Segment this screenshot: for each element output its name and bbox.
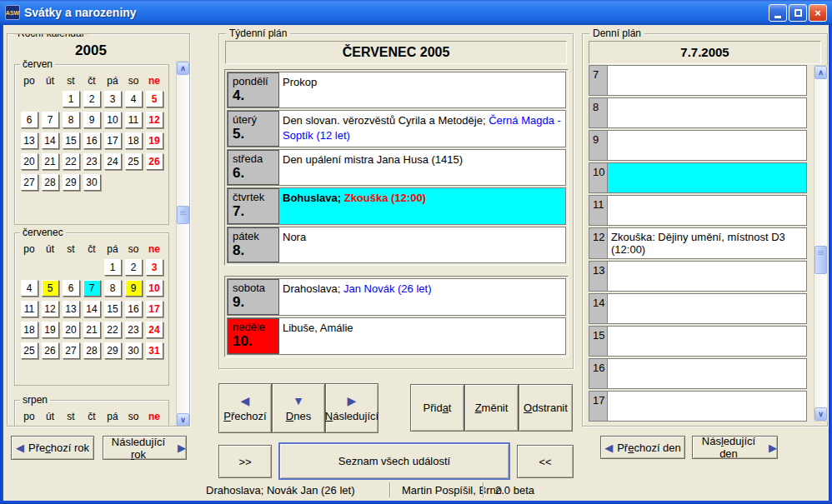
calendar-day-červenec-29[interactable]: 29 bbox=[104, 342, 122, 359]
calendar-day-červen-12[interactable]: 12 bbox=[146, 112, 163, 128]
change-button[interactable]: Změnit bbox=[464, 384, 519, 432]
calendar-day-červen-7[interactable]: 7 bbox=[42, 112, 59, 128]
calendar-day-červenec-9[interactable]: 9 bbox=[125, 280, 143, 297]
calendar-day-červenec-24[interactable]: 24 bbox=[146, 322, 163, 338]
calendar-day-červen-23[interactable]: 23 bbox=[83, 153, 101, 170]
calendar-day-červenec-2[interactable]: 2 bbox=[125, 259, 143, 276]
calendar-day-červenec-7[interactable]: 7 bbox=[83, 280, 101, 297]
scroll-down-icon[interactable]: ∨ bbox=[814, 407, 827, 421]
remove-button[interactable]: Odstranit bbox=[519, 384, 573, 432]
week-row-čtvrtek[interactable]: čtvrtek7.Bohuslava; Zkouška (12:00) bbox=[227, 187, 566, 224]
minimize-button[interactable] bbox=[769, 4, 787, 22]
hour-row-14[interactable]: 14 bbox=[589, 293, 807, 324]
calendar-day-červen-13[interactable]: 13 bbox=[21, 132, 38, 149]
calendar-day-srpen-6[interactable]: 6 bbox=[125, 427, 143, 427]
calendar-day-srpen-3[interactable]: 3 bbox=[63, 427, 80, 427]
hour-row-11[interactable]: 11 bbox=[589, 195, 807, 226]
calendar-day-červenec-15[interactable]: 15 bbox=[104, 301, 122, 317]
calendar-day-červen-16[interactable]: 16 bbox=[83, 132, 101, 149]
calendar-day-červen-11[interactable]: 11 bbox=[125, 112, 143, 128]
calendar-day-červenec-5[interactable]: 5 bbox=[42, 280, 59, 297]
calendar-day-červenec-8[interactable]: 8 bbox=[104, 280, 122, 297]
maximize-button[interactable] bbox=[789, 4, 807, 22]
calendar-day-červen-15[interactable]: 15 bbox=[63, 132, 80, 149]
calendar-day-červen-14[interactable]: 14 bbox=[42, 132, 59, 149]
calendar-day-červenec-3[interactable]: 3 bbox=[146, 259, 163, 276]
calendar-day-červen-30[interactable]: 30 bbox=[83, 174, 101, 191]
calendar-day-červenec-23[interactable]: 23 bbox=[125, 322, 143, 338]
next-day-button[interactable]: Následující den▶ bbox=[692, 436, 778, 459]
scroll-up-icon[interactable]: ∧ bbox=[814, 66, 827, 79]
calendar-day-srpen-5[interactable]: 5 bbox=[104, 427, 122, 427]
calendar-day-červen-1[interactable]: 1 bbox=[63, 91, 80, 107]
calendar-day-červenec-28[interactable]: 28 bbox=[83, 342, 101, 359]
calendar-day-červen-25[interactable]: 25 bbox=[125, 153, 143, 170]
calendar-day-červen-26[interactable]: 26 bbox=[146, 153, 163, 170]
calendar-day-červenec-13[interactable]: 13 bbox=[63, 301, 80, 317]
calendar-day-červen-6[interactable]: 6 bbox=[21, 112, 38, 128]
calendar-day-červen-21[interactable]: 21 bbox=[42, 153, 59, 170]
add-button[interactable]: Přidat bbox=[410, 384, 464, 432]
calendar-day-červen-5[interactable]: 5 bbox=[146, 91, 163, 107]
week-row-neděle[interactable]: neděle10.Libuše, Amálie bbox=[227, 317, 566, 355]
calendar-day-srpen-2[interactable]: 2 bbox=[42, 427, 59, 427]
calendar-day-červenec-10[interactable]: 10 bbox=[146, 280, 163, 297]
scrollbar-thumb[interactable] bbox=[814, 246, 827, 274]
calendar-day-červen-29[interactable]: 29 bbox=[63, 174, 80, 191]
previous-year-button[interactable]: ◀Přechozí rok bbox=[11, 436, 94, 460]
week-row-pondělí[interactable]: pondělí4.Prokop bbox=[227, 72, 566, 108]
calendar-day-červen-27[interactable]: 27 bbox=[21, 174, 38, 191]
calendar-day-červenec-20[interactable]: 20 bbox=[63, 322, 80, 338]
next-week-button[interactable]: ▶Následující bbox=[325, 383, 378, 433]
scroll-down-icon[interactable]: ∨ bbox=[177, 413, 189, 427]
hour-row-16[interactable]: 16 bbox=[589, 358, 807, 389]
scrollbar-thumb[interactable] bbox=[177, 206, 189, 224]
scroll-up-icon[interactable]: ∧ bbox=[177, 62, 189, 75]
calendar-day-srpen-1[interactable]: 1 bbox=[21, 427, 38, 427]
hour-row-12[interactable]: 12Zkouška: Dějiny umění, místnost D3 (12… bbox=[589, 227, 807, 258]
calendar-day-červen-20[interactable]: 20 bbox=[21, 153, 38, 170]
calendar-day-červenec-17[interactable]: 17 bbox=[146, 301, 163, 317]
calendar-day-červenec-19[interactable]: 19 bbox=[42, 322, 59, 338]
previous-week-button[interactable]: ◀Přechozí bbox=[218, 383, 272, 433]
hour-row-10[interactable]: 10 bbox=[589, 162, 807, 193]
all-events-button[interactable]: Seznam všech událostí bbox=[278, 442, 510, 480]
week-row-úterý[interactable]: úterý5.Den slovan. věrozvěstů Cyrila a M… bbox=[227, 110, 566, 147]
calendar-day-červen-3[interactable]: 3 bbox=[104, 91, 122, 107]
calendar-day-červen-9[interactable]: 9 bbox=[83, 112, 101, 128]
calendar-day-červenec-4[interactable]: 4 bbox=[21, 280, 38, 297]
calendar-day-červenec-21[interactable]: 21 bbox=[83, 322, 101, 338]
today-button[interactable]: ▼Dnes bbox=[272, 383, 325, 433]
calendar-day-červen-28[interactable]: 28 bbox=[42, 174, 59, 191]
week-row-sobota[interactable]: sobota9.Drahoslava; Jan Novák (26 let) bbox=[227, 278, 566, 316]
hour-row-7[interactable]: 7 bbox=[589, 65, 807, 96]
close-button[interactable]: × bbox=[809, 4, 827, 22]
calendar-day-červenec-12[interactable]: 12 bbox=[42, 301, 59, 317]
hour-row-15[interactable]: 15 bbox=[589, 326, 807, 357]
week-row-středa[interactable]: středa6.Den upálení mistra Jana Husa (14… bbox=[227, 149, 566, 186]
calendar-day-červen-24[interactable]: 24 bbox=[104, 153, 122, 170]
expand-right-button[interactable]: << bbox=[517, 445, 574, 478]
hour-row-8[interactable]: 8 bbox=[589, 97, 807, 128]
next-year-button[interactable]: Následující rok▶ bbox=[103, 436, 187, 460]
day-scrollbar[interactable]: ∧ ∨ bbox=[814, 65, 828, 422]
calendar-day-červenec-6[interactable]: 6 bbox=[63, 280, 80, 297]
calendar-day-červen-8[interactable]: 8 bbox=[63, 112, 80, 128]
calendar-day-červenec-22[interactable]: 22 bbox=[104, 322, 122, 338]
calendar-day-červenec-26[interactable]: 26 bbox=[42, 342, 59, 359]
calendar-day-červenec-1[interactable]: 1 bbox=[104, 259, 122, 276]
year-scrollbar[interactable]: ∧ ∨ bbox=[176, 61, 190, 427]
calendar-day-červen-19[interactable]: 19 bbox=[146, 132, 163, 149]
week-row-pátek[interactable]: pátek8.Nora bbox=[227, 227, 566, 263]
calendar-day-červen-18[interactable]: 18 bbox=[125, 132, 143, 149]
calendar-day-srpen-4[interactable]: 4 bbox=[83, 427, 101, 427]
hour-row-17[interactable]: 17 bbox=[589, 391, 807, 422]
expand-left-button[interactable]: >> bbox=[218, 445, 272, 478]
calendar-day-srpen-7[interactable]: 7 bbox=[146, 427, 163, 427]
calendar-day-červen-17[interactable]: 17 bbox=[104, 132, 122, 149]
calendar-day-červen-4[interactable]: 4 bbox=[125, 91, 143, 107]
hour-row-9[interactable]: 9 bbox=[589, 130, 807, 161]
previous-day-button[interactable]: ◀Přechozí den bbox=[600, 436, 685, 459]
hour-row-13[interactable]: 13 bbox=[589, 261, 807, 292]
calendar-day-červenec-18[interactable]: 18 bbox=[21, 322, 38, 338]
